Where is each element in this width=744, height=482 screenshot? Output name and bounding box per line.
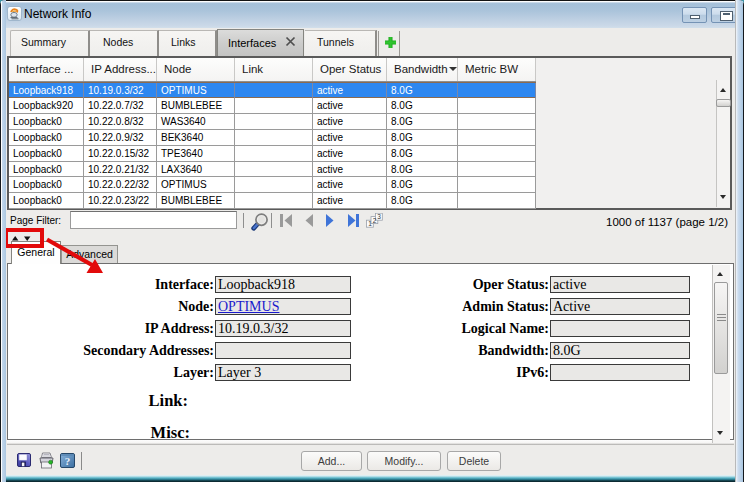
svg-text:1: 1 bbox=[368, 220, 372, 227]
svg-text:3: 3 bbox=[377, 213, 381, 220]
svg-text:?: ? bbox=[65, 455, 71, 467]
svg-text:2: 2 bbox=[373, 217, 377, 224]
